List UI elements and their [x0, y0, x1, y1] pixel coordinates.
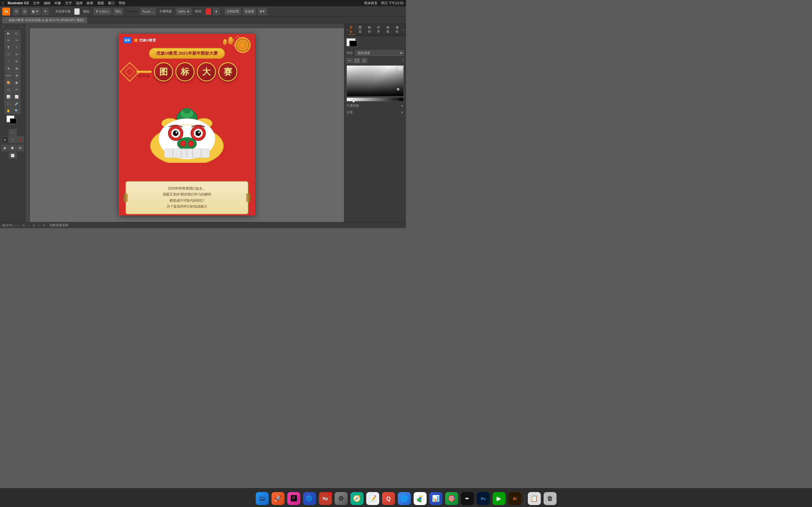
rpanel-tab-gradient[interactable]: 渐变: [348, 25, 355, 35]
page-nav-next2[interactable]: ⇥: [42, 223, 45, 227]
zoom-tool[interactable]: 🔍: [13, 107, 20, 114]
hand-tool[interactable]: ✋: [4, 107, 12, 114]
stroke-icon-3[interactable]: [361, 58, 367, 63]
rpanel-menu-icon[interactable]: ≡: [402, 58, 404, 63]
fill-color[interactable]: [74, 8, 80, 15]
menu-window[interactable]: 窗口: [108, 1, 115, 6]
menu-help[interactable]: 帮助: [119, 1, 125, 6]
rpanel-tab-align[interactable]: 对齐: [376, 25, 383, 35]
none-mode[interactable]: ⊘: [17, 136, 24, 143]
gradient-add-btn[interactable]: +: [398, 67, 402, 71]
color-swatch-container[interactable]: [347, 38, 359, 48]
rpanel-tab-layers[interactable]: 图层: [357, 25, 364, 35]
pen-tool[interactable]: ✏: [4, 37, 12, 44]
stroke-icon-2[interactable]: [354, 58, 360, 63]
char-circle-3: 赛: [218, 62, 238, 81]
rpanel-tab-brush[interactable]: 画笔: [385, 25, 392, 35]
stroke-color-swatch[interactable]: [349, 41, 357, 47]
eraser-tool[interactable]: ◻: [4, 86, 12, 93]
toolbar-pen[interactable]: ✒: [42, 8, 49, 15]
gradient-picker[interactable]: +: [347, 65, 404, 96]
doc-settings-btn[interactable]: 文档设置: [225, 8, 241, 15]
document-tab[interactable]: × 优途UI教育-h5活动页面.ai @ 66.67% (RGB/GPU 预览): [2, 17, 87, 23]
page-nav-prev2[interactable]: ⇤: [23, 223, 26, 227]
input-method[interactable]: 简体拼音: [364, 1, 377, 6]
document-canvas[interactable]: 蓝湖 优 优途UI教育: [119, 34, 255, 216]
image-trace[interactable]: ⊞: [17, 145, 24, 151]
align-btn[interactable]: ⊞▼: [258, 8, 267, 15]
paint-bucket[interactable]: 🎨: [4, 79, 12, 86]
rpanel-tab-prop[interactable]: 属性: [395, 25, 402, 35]
stroke-mode[interactable]: □: [9, 136, 16, 143]
toolbar-stylize[interactable]: St: [21, 8, 28, 15]
line-tool[interactable]: /: [13, 44, 20, 51]
tools-header-x[interactable]: ×: [2, 25, 4, 29]
page-nav-next[interactable]: →: [37, 224, 40, 227]
stroke-swatch[interactable]: [10, 118, 17, 124]
menu-select[interactable]: 选择: [76, 1, 83, 6]
stroke-icon-1[interactable]: [347, 58, 353, 63]
swap-colors[interactable]: ↔: [9, 129, 17, 136]
poster-text3: 都变成不可取代的回忆!: [132, 198, 242, 204]
curvature-tool[interactable]: 〜: [13, 37, 20, 44]
column-chart[interactable]: 📈: [13, 93, 20, 100]
opacity-value[interactable]: 100%▼: [176, 8, 192, 15]
page-number[interactable]: 1: [33, 224, 35, 227]
right-panel-tabs: 渐变 图层 路径 对齐 画笔 属性: [348, 25, 402, 35]
scale-tool[interactable]: ⊞: [13, 65, 20, 72]
artboard-tool[interactable]: ⬚: [4, 100, 12, 107]
color-themes[interactable]: ⬟: [9, 145, 16, 151]
gradient-slider[interactable]: [347, 98, 404, 101]
style-swatch[interactable]: [206, 8, 211, 15]
color-guide[interactable]: ◉: [1, 145, 8, 151]
svg-point-16: [198, 131, 200, 133]
menu-view[interactable]: 视图: [97, 1, 104, 6]
page-nav-prev[interactable]: ←: [28, 224, 31, 227]
tab-filename: 优途UI教育-h5活动页面.ai @ 66.67% (RGB/GPU 预览): [8, 18, 84, 22]
symbol-sprayer[interactable]: ⬜: [9, 152, 17, 159]
style-dropdown[interactable]: ▼: [213, 8, 220, 15]
pencil-tool[interactable]: ✏: [13, 51, 20, 58]
color-swatches[interactable]: [6, 115, 19, 127]
stroke-value[interactable]: ⬆0.353 n: [94, 8, 111, 15]
eyedropper[interactable]: 💉: [13, 100, 20, 107]
preferences-btn[interactable]: 首选项: [243, 8, 256, 15]
zoom-level[interactable]: 66.67%: [2, 224, 13, 227]
tools-header-collapse[interactable]: ◁: [20, 25, 23, 29]
touch-mode[interactable]: Touch ...: [140, 8, 156, 15]
menu-object[interactable]: 对象: [54, 1, 61, 6]
char-circle-row: 辛丑年 图 标 大 赛: [137, 62, 238, 81]
rpanel-collapse[interactable]: ◁: [402, 28, 404, 31]
canvas-area[interactable]: 蓝湖 优 优途UI教育: [26, 24, 344, 222]
type-select[interactable]: 线性渐变 径向渐变: [355, 50, 404, 56]
fill-mode[interactable]: ■: [1, 136, 8, 143]
type-tool[interactable]: T: [4, 44, 12, 51]
gradient-stop-right[interactable]: [395, 100, 398, 103]
zoom-arrows[interactable]: ‹ ›: [15, 224, 18, 227]
menu-effect[interactable]: 效果: [87, 1, 93, 6]
selection-tool[interactable]: ▶: [4, 30, 12, 37]
ellipse-tool[interactable]: ○: [4, 58, 12, 65]
shape-builder[interactable]: ⊕: [13, 72, 20, 79]
ai-logo-toolbar: Ai: [2, 8, 10, 15]
stroke-ratio[interactable]: 等比: [113, 8, 123, 15]
rotate-tool[interactable]: ⟳: [13, 58, 20, 65]
menu-edit[interactable]: 编辑: [44, 1, 50, 6]
menu-type[interactable]: 文字: [65, 1, 72, 6]
apple-menu[interactable]: : [2, 1, 4, 5]
gradient-stop-left[interactable]: [352, 100, 355, 103]
rpanel-tab-path[interactable]: 路径: [367, 25, 374, 35]
menu-file[interactable]: 文件: [33, 1, 40, 6]
rect-tool[interactable]: □: [4, 51, 12, 58]
warp-tool[interactable]: ⊛: [4, 65, 12, 72]
toolbar-view-options[interactable]: ▩ ▼: [30, 8, 41, 15]
char-circle-1: 标: [175, 62, 195, 81]
tab-close-btn[interactable]: ×: [5, 19, 7, 22]
gradient-thumb[interactable]: [397, 88, 399, 91]
width-tool[interactable]: ⟺: [4, 72, 12, 79]
bar-chart[interactable]: 📊: [4, 93, 12, 100]
blob-brush[interactable]: ◉: [13, 79, 20, 86]
direct-selection-tool[interactable]: ▷: [13, 30, 20, 37]
scissors-tool[interactable]: ✂: [13, 86, 20, 93]
toolbar-icon-panel[interactable]: ☰: [13, 8, 20, 15]
